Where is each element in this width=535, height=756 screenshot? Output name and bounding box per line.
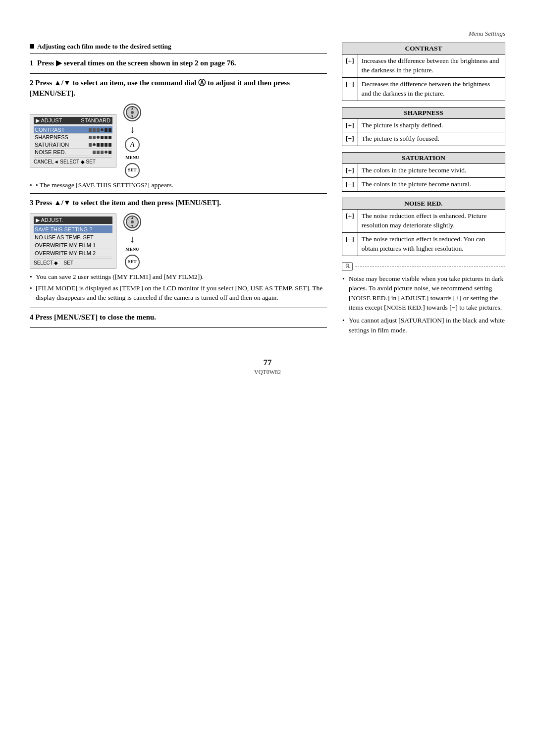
step2-note: • The message [SAVE THIS SETTINGS?] appe… xyxy=(36,181,327,190)
step-3-title: 3 Press ▲/▼ to select the item and then … xyxy=(30,198,327,208)
screen1-bar-contrast xyxy=(89,128,111,132)
page-footer: 77 VQT0W82 xyxy=(30,358,505,376)
screen2-dial-svg xyxy=(125,215,139,229)
screen1-title-bar: ▶ ADJUST STANDARD xyxy=(34,117,112,124)
step-1-title: 1 Press ▶ several times on the screen sh… xyxy=(30,58,327,68)
note-item-1: Noise may become visible when you take p… xyxy=(349,274,505,313)
step-1-number: 1 xyxy=(30,59,34,67)
arrow-down-icon: ↓ xyxy=(130,124,135,134)
screen1-label-noise: NOISE RED. xyxy=(35,149,66,155)
screen-box-1: ▶ ADJUST STANDARD CONTRAST SHARPNESS xyxy=(30,114,116,167)
sharpness-minus-symbol: [−] xyxy=(342,132,358,146)
screen2-menu-label: MENU xyxy=(125,247,139,252)
heading-rule xyxy=(30,54,327,54)
model-number: VQT0W82 xyxy=(254,369,281,376)
saturation-minus-text: The colors in the picture become natural… xyxy=(358,178,505,192)
saturation-table: SATURATION [+] The colors in the picture… xyxy=(342,152,505,192)
step4-rule xyxy=(30,327,327,328)
saturation-title: SATURATION xyxy=(342,153,505,164)
screen2-title-bar: ▶ ADJUST. xyxy=(34,216,112,224)
step-3: 3 Press ▲/▼ to select the item and then … xyxy=(30,198,327,208)
step-4: 4 Press [MENU/SET] to close the menu. xyxy=(30,312,327,323)
screen2-footer: SELECT ◆ SET xyxy=(34,259,112,266)
step-1-bold: Press ▶ several times on the screen show… xyxy=(37,59,236,67)
screen1-bar-noise xyxy=(93,151,111,154)
note-dashes-row: ℝ xyxy=(342,262,505,271)
step3-note-1: You can save 2 user settings ([MY FILM1]… xyxy=(36,272,327,282)
screen1-row-saturation: SATURATION xyxy=(34,141,112,149)
screen1-bar-saturation xyxy=(89,143,111,147)
dial-icon xyxy=(123,104,141,121)
screen-illustration-2: ▶ ADJUST. SAVE THIS SETTING ? NO.USE AS … xyxy=(30,213,327,270)
screen1-footer-text: CANCEL◄ SELECT ◆ SET xyxy=(34,159,96,164)
contrast-plus-symbol: [+] xyxy=(342,54,358,78)
contrast-plus-text: Increases the difference between the bri… xyxy=(358,54,505,78)
noise-plus-symbol: [+] xyxy=(342,210,358,233)
sharpness-title: SHARPNESS xyxy=(342,107,505,118)
noise-plus-text: The noise reduction effect is enhanced. … xyxy=(358,210,505,233)
screen2-menu-set-icon: SET xyxy=(125,255,140,270)
screen1-label-saturation: SATURATION xyxy=(35,142,69,148)
saturation-plus-text: The colors in the picture become vivid. xyxy=(358,164,505,178)
svg-point-3 xyxy=(131,111,134,114)
note-bullets: Noise may become visible when you take p… xyxy=(342,274,505,335)
menu-label: MENU xyxy=(125,155,139,160)
sharpness-table: SHARPNESS [+] The picture is sharply def… xyxy=(342,107,505,147)
screen1-footer: CANCEL◄ SELECT ◆ SET xyxy=(34,158,112,164)
step-2-title: 2 Press ▲/▼ to select an item, use the c… xyxy=(30,78,327,99)
dial-svg xyxy=(125,106,139,119)
section-heading-text: Adjusting each film mode to the desired … xyxy=(37,43,171,51)
screen-box-2: ▶ ADJUST. SAVE THIS SETTING ? NO.USE AS … xyxy=(30,214,116,269)
dash-line xyxy=(355,266,505,267)
contrast-title: CONTRAST xyxy=(342,43,505,54)
note-box: ℝ Noise may become visible when you take… xyxy=(342,262,505,335)
note-item-2: You cannot adjust [SATURATION] in the bl… xyxy=(349,316,505,335)
screen1-title-left: ▶ ADJUST xyxy=(36,117,62,124)
contrast-table: CONTRAST [+] Increases the difference be… xyxy=(342,43,505,101)
screen2-row-overwrite2: OVERWRITE MY FILM 2 xyxy=(34,249,112,257)
right-column: CONTRAST [+] Increases the difference be… xyxy=(342,43,505,338)
screen2-arrow-down-icon: ↓ xyxy=(130,234,135,244)
step3-note-2: [FILM MODE] is displayed as [TEMP.] on t… xyxy=(36,284,327,303)
screen-illustration-1: ▶ ADJUST STANDARD CONTRAST SHARPNESS xyxy=(30,104,327,178)
note-icon: ℝ xyxy=(342,262,353,271)
screen1-label-contrast: CONTRAST xyxy=(35,127,65,133)
step3-rule xyxy=(30,308,327,308)
screen1-row-sharpness: SHARPNESS xyxy=(34,134,112,141)
sharpness-plus-text: The picture is sharply defined. xyxy=(358,118,505,132)
screen1-label-sharpness: SHARPNESS xyxy=(35,134,68,140)
screen1-icons: ↓ A MENU SET xyxy=(123,104,141,178)
page-section-label: Menu Settings xyxy=(30,30,505,38)
screen1-bar-sharpness xyxy=(89,136,111,139)
left-column: Adjusting each film mode to the desired … xyxy=(30,43,327,338)
saturation-minus-symbol: [−] xyxy=(342,178,358,192)
noise-minus-symbol: [−] xyxy=(342,232,358,256)
contrast-minus-symbol: [−] xyxy=(342,77,358,101)
screen2-footer-text: SELECT ◆ SET xyxy=(34,260,73,266)
step-1: 1 Press ▶ several times on the screen sh… xyxy=(30,58,327,68)
screen2-row-nouse: NO.USE AS TEMP. SET xyxy=(34,233,112,241)
step-4-title: 4 Press [MENU/SET] to close the menu. xyxy=(30,312,327,323)
bullet-icon xyxy=(30,44,34,49)
command-dial-a-icon: A xyxy=(125,137,140,152)
svg-point-7 xyxy=(131,220,134,223)
screen2-row-overwrite1: OVERWRITE MY FILM 1 xyxy=(34,241,112,249)
step1-rule xyxy=(30,73,327,74)
menu-set-icon: SET xyxy=(125,163,140,178)
noise-red-title: NOISE RED. xyxy=(342,198,505,210)
screen2-row-save: SAVE THIS SETTING ? xyxy=(34,225,112,233)
page-number: 77 xyxy=(30,358,505,368)
contrast-minus-text: Decreases the difference between the bri… xyxy=(358,77,505,101)
section-heading: Adjusting each film mode to the desired … xyxy=(30,43,327,51)
sharpness-minus-text: The picture is softly focused. xyxy=(358,132,505,146)
screen1-row-contrast: CONTRAST xyxy=(34,126,112,134)
noise-red-table: NOISE RED. [+] The noise reduction effec… xyxy=(342,198,505,256)
saturation-plus-symbol: [+] xyxy=(342,164,358,178)
step2-rule xyxy=(30,193,327,194)
step-2: 2 Press ▲/▼ to select an item, use the c… xyxy=(30,78,327,99)
screen2-icons: ↓ MENU SET xyxy=(123,213,141,270)
screen2-dial-icon xyxy=(123,213,141,231)
screen1-row-noise: NOISE RED. xyxy=(34,149,112,156)
sharpness-plus-symbol: [+] xyxy=(342,118,358,132)
noise-minus-text: The noise reduction effect is reduced. Y… xyxy=(358,232,505,256)
